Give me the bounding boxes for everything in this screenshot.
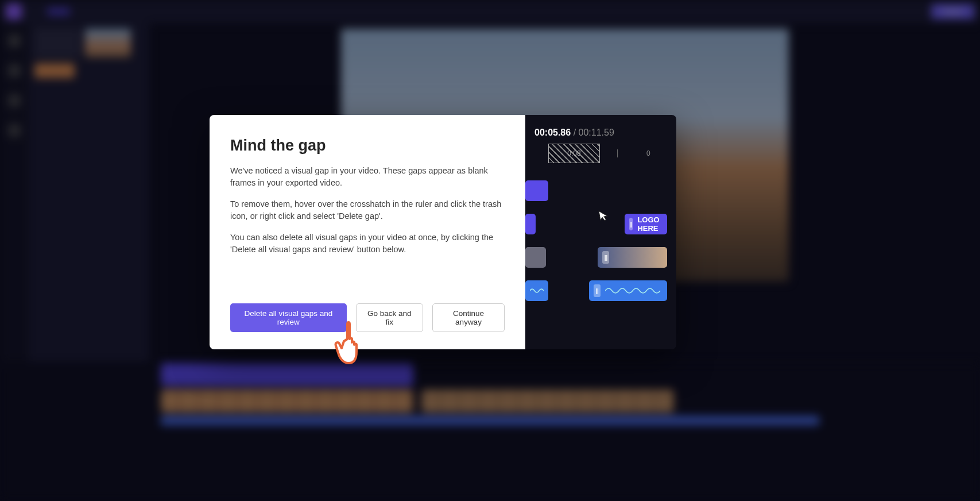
go-back-fix-button[interactable]: Go back and fix	[356, 303, 423, 332]
preview-track-row	[525, 175, 667, 201]
preview-audio-clip	[525, 280, 548, 301]
gap-modal: Mind the gap We've noticed a visual gap …	[210, 115, 676, 349]
ruler-tick-label: 0:08	[567, 149, 580, 157]
modal-button-row: Delete all visual gaps and review Go bac…	[230, 303, 505, 332]
preview-clip	[525, 180, 548, 201]
preview-track-row: ||	[525, 241, 667, 268]
clip-handle-icon: ||	[602, 251, 609, 264]
preview-audio-clip: ||	[589, 280, 667, 301]
modal-preview-panel: 00:05.86 / 00:11.59 0:08 0 || LOGO HE	[525, 115, 676, 349]
waveform-icon	[530, 286, 544, 295]
modal-paragraph: To remove them, hover over the crosshatc…	[230, 198, 505, 222]
preview-clip	[525, 214, 536, 234]
modal-paragraph: We've noticed a visual gap in your video…	[230, 165, 505, 189]
ruler-tick	[617, 149, 618, 157]
preview-photo-clip: ||	[598, 247, 667, 268]
preview-logo-clip: || LOGO HERE	[625, 214, 667, 234]
preview-track-row: ||	[525, 275, 667, 301]
preview-clip	[525, 247, 546, 268]
clip-handle-icon: ||	[594, 284, 601, 297]
clip-handle-icon: ||	[629, 218, 633, 230]
current-time: 00:05.86	[525, 128, 571, 137]
time-readout: 00:05.86 / 00:11.59	[525, 128, 667, 138]
total-time: 00:11.59	[579, 128, 614, 137]
delete-gaps-review-button[interactable]: Delete all visual gaps and review	[230, 303, 347, 332]
ruler-tick-label: 0	[646, 149, 650, 157]
clip-label: LOGO HERE	[637, 215, 663, 233]
modal-paragraph: You can also delete all visual gaps in y…	[230, 232, 505, 256]
preview-track-row: || LOGO HERE	[525, 208, 667, 234]
time-separator: /	[574, 128, 579, 137]
timeline-ruler: 0:08 0	[548, 144, 667, 163]
gap-crosshatch-icon[interactable]: 0:08	[548, 144, 600, 163]
modal-content-panel: Mind the gap We've noticed a visual gap …	[210, 115, 525, 349]
modal-title: Mind the gap	[230, 137, 505, 155]
continue-anyway-button[interactable]: Continue anyway	[432, 303, 505, 332]
waveform-icon	[605, 286, 663, 295]
preview-tracks-column: || LOGO HERE || ||	[525, 175, 667, 301]
